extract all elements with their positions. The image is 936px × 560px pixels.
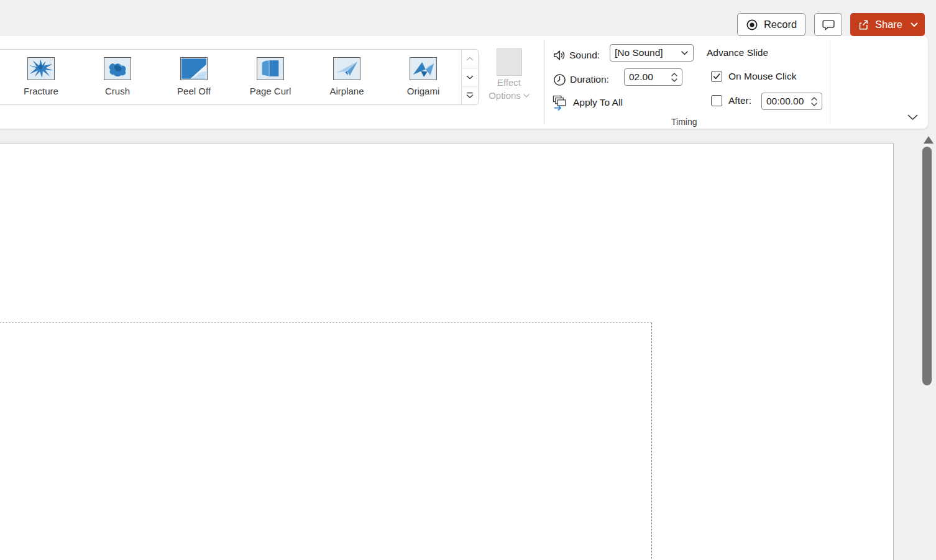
transition-label: Page Curl: [250, 86, 291, 96]
effect-options-label-line2: Options: [489, 89, 521, 102]
gallery-scroll-up-button[interactable]: [462, 50, 478, 68]
gallery-scroll-down-button[interactable]: [462, 68, 478, 87]
transition-label: Crush: [105, 86, 130, 96]
scrollbar-up-arrow[interactable]: [924, 136, 934, 144]
transition-page-curl[interactable]: Page Curl: [236, 57, 305, 96]
application-window: Record Share Fracture: [0, 0, 936, 560]
after-increase-button[interactable]: [811, 97, 817, 101]
transition-gallery: Fracture Crush Peel Off Page Curl: [0, 49, 479, 105]
on-mouse-click-checkbox[interactable]: [711, 71, 722, 82]
chevron-down-icon: [907, 114, 918, 121]
apply-to-all-icon: [553, 95, 568, 111]
after-time-spinner: [761, 93, 822, 110]
timing-group-label: Timing: [671, 117, 697, 127]
after-label: After:: [728, 95, 751, 106]
transition-label: Origami: [407, 86, 440, 96]
sound-icon: [552, 48, 566, 62]
comment-icon: [822, 18, 835, 32]
slide-canvas: [0, 143, 894, 560]
duration-decrease-button[interactable]: [671, 78, 677, 82]
fracture-icon: [27, 57, 55, 80]
duration-clock-icon: [553, 73, 566, 86]
sound-dropdown-chevron-icon: [681, 51, 688, 55]
group-separator: [544, 40, 545, 124]
page-curl-icon: [257, 57, 284, 80]
duration-increase-button[interactable]: [671, 73, 677, 76]
share-icon: [857, 19, 869, 31]
gallery-scroll-controls: [461, 50, 478, 104]
scrollbar-thumb[interactable]: [922, 147, 932, 385]
after-checkbox[interactable]: [711, 95, 722, 106]
sound-dropdown-value: [No Sound]: [615, 47, 663, 58]
advance-slide-title: Advance Slide: [707, 47, 768, 58]
sound-dropdown[interactable]: [No Sound]: [610, 44, 694, 62]
after-time-input[interactable]: [762, 96, 810, 107]
share-button[interactable]: Share: [850, 13, 925, 36]
transition-label: Airplane: [329, 86, 364, 96]
duration-label: Duration:: [570, 74, 609, 85]
duration-spinner: [624, 68, 682, 86]
group-separator: [830, 40, 830, 124]
content-placeholder[interactable]: [0, 323, 652, 560]
sound-label: Sound:: [569, 50, 600, 61]
effect-options-chevron-icon: [523, 94, 530, 98]
peel-off-icon: [180, 57, 208, 80]
transition-label: Peel Off: [177, 86, 211, 96]
apply-to-all-button[interactable]: Apply To All: [553, 93, 623, 112]
apply-to-all-label: Apply To All: [573, 97, 623, 108]
transition-label: Fracture: [24, 86, 58, 96]
airplane-icon: [333, 57, 360, 80]
transition-origami[interactable]: Origami: [389, 57, 457, 96]
after-decrease-button[interactable]: [811, 103, 817, 106]
record-button[interactable]: Record: [737, 13, 805, 36]
on-mouse-click-label: On Mouse Click: [728, 71, 796, 82]
share-dropdown-chevron-icon[interactable]: [911, 22, 918, 27]
collapse-ribbon-button[interactable]: [904, 111, 921, 124]
transition-fracture[interactable]: Fracture: [7, 57, 75, 96]
effect-options-label-line1: Effect: [497, 76, 521, 89]
effect-options-icon: [497, 48, 522, 76]
origami-icon: [410, 57, 437, 80]
transition-crush[interactable]: Crush: [83, 57, 152, 96]
share-button-label: Share: [875, 19, 902, 30]
crush-icon: [104, 57, 131, 80]
effect-options-button[interactable]: Effect Options: [481, 45, 537, 121]
gallery-more-button[interactable]: [462, 86, 478, 104]
transition-peel-off[interactable]: Peel Off: [160, 57, 228, 96]
ribbon-transitions-panel: Fracture Crush Peel Off Page Curl: [0, 36, 928, 129]
record-button-label: Record: [764, 19, 797, 30]
checkmark-icon: [713, 73, 720, 80]
record-icon: [746, 19, 758, 31]
comments-button[interactable]: [814, 13, 842, 36]
duration-input[interactable]: [625, 71, 670, 83]
transition-airplane[interactable]: Airplane: [313, 57, 381, 96]
